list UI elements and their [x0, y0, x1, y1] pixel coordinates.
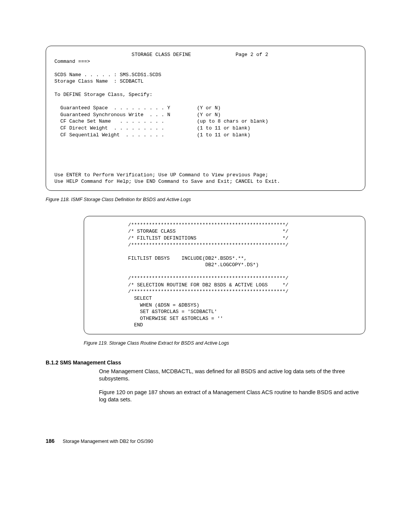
t1-guaranteed-sync-write: Guaranteed Synchronous Write . . . N (Y …: [54, 112, 221, 118]
t1-cf-sequential-weight: CF Sequential Weight . . . . . . . (1 to…: [54, 132, 250, 138]
t1-cmd: Command ===>: [54, 59, 90, 64]
footer-title: Storage Management with DB2 for OS/390: [63, 439, 153, 444]
paragraph-2: Figure 120 on page 187 shows an extract …: [46, 389, 365, 404]
t1-define-hdr: To DEFINE Storage Class, Specify:: [54, 92, 152, 97]
t1-scds: SCDS Name . . . . . : SMS.SCDS1.SCDS: [54, 72, 161, 78]
t1-cf-direct-weight: CF Direct Weight . . . . . . . . . (1 to…: [54, 125, 250, 131]
terminal-storage-class-define: STORAGE CLASS DEFINE Page 2 of 2 Command…: [46, 46, 365, 191]
section-heading-b12: B.1.2 SMS Management Class: [46, 359, 365, 366]
paragraph-1: One Management Class, MCDBACTL, was defi…: [46, 368, 365, 383]
t1-cf-cache-set-name: CF Cache Set Name . . . . . . . . (up to…: [54, 118, 268, 124]
figure-119-caption: Figure 119. Storage Class Routine Extrac…: [84, 340, 365, 346]
t1-guaranteed-space: Guaranteed Space . . . . . . . . . Y (Y …: [54, 105, 221, 111]
t1-footer1: Use ENTER to Perform Verification; Use U…: [54, 172, 268, 178]
t1-title: STORAGE CLASS DEFINE Page 2 of 2: [54, 52, 268, 58]
page-footer: 186 Storage Management with DB2 for OS/3…: [46, 438, 365, 444]
t1-footer2: Use HELP Command for Help; Use END Comma…: [54, 179, 280, 184]
t1-scn: Storage Class Name : SCDBACTL: [54, 78, 143, 84]
page-number: 186: [46, 438, 54, 444]
figure-118-caption: Figure 118. ISMF Storage Class Definitio…: [46, 197, 365, 202]
terminal-storage-class-routine: /***************************************…: [84, 216, 365, 334]
